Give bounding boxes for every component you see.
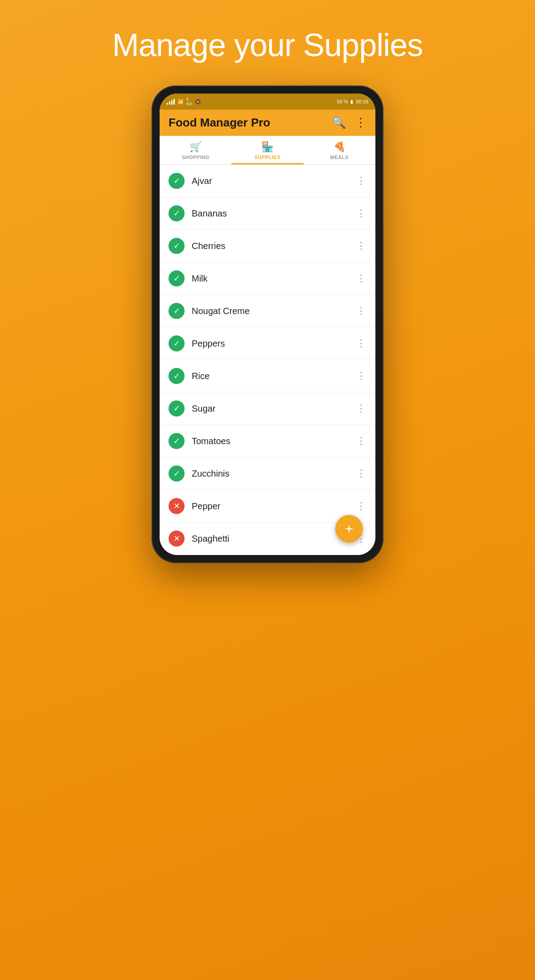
item-more-button[interactable]: ⋮	[356, 468, 366, 479]
wifi-icon: 📶	[177, 99, 184, 105]
item-name: Pepper	[192, 501, 349, 511]
item-name: Rice	[192, 371, 349, 381]
phone-screen: 📶 0K/s 🔕 50 % ▮ 00:18 Food Manager Pro 🔍…	[160, 94, 375, 555]
signal-icon	[167, 98, 175, 105]
list-item: ✓Cherries⋮	[160, 230, 375, 262]
available-icon: ✓	[169, 433, 185, 449]
clock: 00:18	[356, 99, 368, 104]
list-item: ✓Zucchinis⋮	[160, 457, 375, 490]
item-name: Tomatoes	[192, 436, 349, 446]
store-icon: 🏪	[261, 141, 273, 153]
status-bar: 📶 0K/s 🔕 50 % ▮ 00:18	[160, 94, 375, 110]
item-more-button[interactable]: ⋮	[356, 500, 366, 512]
list-item: ✓Tomatoes⋮	[160, 425, 375, 457]
item-more-button[interactable]: ⋮	[356, 175, 366, 187]
item-more-button[interactable]: ⋮	[356, 370, 366, 382]
tabs-bar: 🛒 SHOPPING 🏪 SUPPLIES 🍕 MEALS	[160, 136, 375, 165]
available-icon: ✓	[169, 466, 185, 482]
item-more-button[interactable]: ⋮	[356, 403, 366, 414]
app-title: Food Manager Pro	[169, 116, 270, 130]
add-item-fab[interactable]: +	[335, 515, 363, 543]
item-name: Peppers	[192, 339, 349, 349]
list-item: ✓Nougat Creme⋮	[160, 295, 375, 327]
item-name: Milk	[192, 274, 349, 284]
status-left: 📶 0K/s 🔕	[167, 97, 201, 106]
header-actions: 🔍 ⋮	[332, 116, 366, 130]
list-item: ✓Sugar⋮	[160, 392, 375, 425]
tab-supplies[interactable]: 🏪 SUPPLIES	[231, 136, 303, 164]
item-name: Cherries	[192, 241, 349, 251]
notification-icon: 🔕	[195, 99, 201, 105]
tab-supplies-label: SUPPLIES	[255, 155, 280, 160]
available-icon: ✓	[169, 173, 185, 189]
list-item: ✓Ajvar⋮	[160, 165, 375, 197]
data-speed: 0K/s	[186, 97, 192, 106]
search-button[interactable]: 🔍	[332, 116, 346, 130]
unavailable-icon: ✕	[169, 531, 185, 547]
shopping-cart-icon: 🛒	[189, 141, 202, 153]
item-name: Bananas	[192, 208, 349, 219]
list-item: ✓Milk⋮	[160, 262, 375, 295]
pizza-icon: 🍕	[333, 141, 346, 153]
item-name: Zucchinis	[192, 469, 349, 479]
available-icon: ✓	[169, 238, 185, 254]
battery-percent: 50 %	[337, 99, 348, 104]
available-icon: ✓	[169, 303, 185, 319]
tab-meals-label: MEALS	[330, 155, 349, 160]
status-right: 50 % ▮ 00:18	[337, 99, 368, 105]
available-icon: ✓	[169, 368, 185, 384]
tab-meals[interactable]: 🍕 MEALS	[304, 136, 375, 164]
item-name: Ajvar	[192, 176, 349, 186]
app-header: Food Manager Pro 🔍 ⋮	[160, 110, 375, 136]
battery-icon: ▮	[350, 99, 353, 105]
phone-frame: 📶 0K/s 🔕 50 % ▮ 00:18 Food Manager Pro 🔍…	[152, 86, 383, 563]
unavailable-icon: ✕	[169, 498, 185, 514]
item-name: Spaghetti	[192, 534, 349, 544]
item-name: Sugar	[192, 404, 349, 414]
available-icon: ✓	[169, 335, 185, 351]
available-icon: ✓	[169, 205, 185, 221]
available-icon: ✓	[169, 270, 185, 286]
item-more-button[interactable]: ⋮	[356, 208, 366, 219]
hero-title: Manage your Supplies	[0, 27, 535, 63]
item-name: Nougat Creme	[192, 306, 349, 316]
list-item: ✓Bananas⋮	[160, 197, 375, 230]
more-options-button[interactable]: ⋮	[355, 116, 366, 130]
tab-shopping[interactable]: 🛒 SHOPPING	[160, 136, 231, 164]
supplies-list: ✓Ajvar⋮✓Bananas⋮✓Cherries⋮✓Milk⋮✓Nougat …	[160, 165, 375, 555]
list-item: ✓Rice⋮	[160, 360, 375, 392]
item-more-button[interactable]: ⋮	[356, 240, 366, 252]
list-item: ✓Peppers⋮	[160, 327, 375, 360]
item-more-button[interactable]: ⋮	[356, 435, 366, 447]
available-icon: ✓	[169, 400, 185, 416]
item-more-button[interactable]: ⋮	[356, 273, 366, 284]
supplies-content: ✓Ajvar⋮✓Bananas⋮✓Cherries⋮✓Milk⋮✓Nougat …	[160, 165, 375, 555]
tab-shopping-label: SHOPPING	[182, 155, 210, 160]
item-more-button[interactable]: ⋮	[356, 338, 366, 349]
item-more-button[interactable]: ⋮	[356, 305, 366, 317]
